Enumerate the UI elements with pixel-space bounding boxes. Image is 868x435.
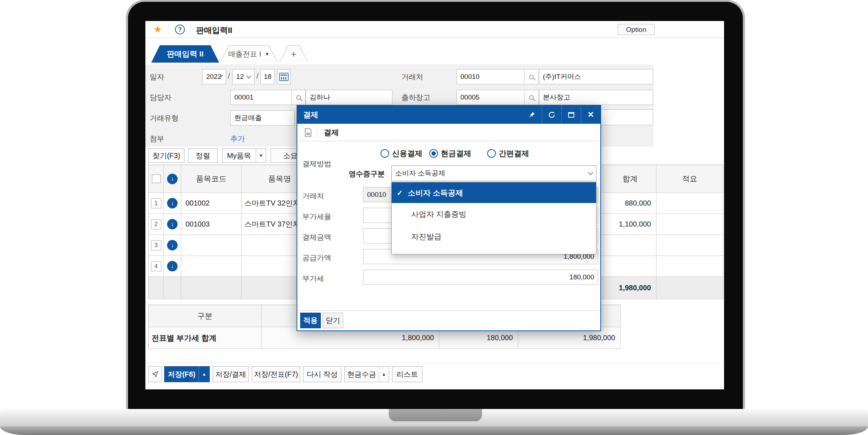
dropdown-item-label: 자진발급 xyxy=(411,232,442,242)
radio-label: 간편결제 xyxy=(499,148,529,159)
dropdown-item[interactable]: 사업자 지출증빙 xyxy=(392,203,596,225)
paper-plane-icon xyxy=(152,371,159,378)
hidden-field-input[interactable] xyxy=(600,109,653,125)
attach-label: 첨부 xyxy=(150,134,164,144)
partner-name-input[interactable]: (주)IT커머스 xyxy=(539,69,653,84)
item-note-cell[interactable] xyxy=(656,256,723,277)
radio-simple[interactable]: 간편결제 xyxy=(487,148,529,159)
warehouse-search-button[interactable] xyxy=(524,90,539,105)
arrow-down-icon: ↓ xyxy=(167,261,178,271)
footer-cell xyxy=(164,277,181,299)
item-total-cell[interactable]: 1,100,000 xyxy=(604,214,656,235)
partner-search-button[interactable] xyxy=(524,69,539,84)
row-arrow-cell[interactable]: ↓ xyxy=(164,193,181,214)
row-arrow-cell[interactable]: ↓ xyxy=(164,256,181,277)
save-slip-button[interactable]: 저장/전표(F7) xyxy=(252,366,300,382)
table-row-select[interactable]: 1 xyxy=(149,193,164,214)
payment-modal: 결제 ✕ xyxy=(297,105,601,331)
warehouse-code-input[interactable]: 00005 xyxy=(456,90,524,105)
radio-cash[interactable]: 현금결제 xyxy=(429,148,471,159)
item-note-cell[interactable] xyxy=(656,214,723,235)
vat-amount-input[interactable]: 180,000 xyxy=(363,270,598,285)
supply-amount-label: 공급가액 xyxy=(302,253,331,263)
item-note-cell[interactable] xyxy=(656,193,723,214)
item-code-cell[interactable]: 001003 xyxy=(181,214,242,235)
table-row-select[interactable]: 2 xyxy=(149,214,164,235)
dropdown-item-selected[interactable]: ✓ 소비자 소득공제 xyxy=(392,182,596,203)
table-row-select[interactable]: 3 xyxy=(149,235,164,256)
manager-name-input[interactable]: 김하나 xyxy=(306,90,392,105)
refresh-button[interactable] xyxy=(542,106,561,124)
trade-type-input[interactable]: 현금매출 xyxy=(230,110,295,126)
table-row-select[interactable]: 4 xyxy=(149,256,164,277)
chevron-up-icon[interactable]: ▲ xyxy=(199,367,209,382)
find-button[interactable]: 찾기(F3) xyxy=(148,148,184,163)
summary-header-type: 구분 xyxy=(149,305,261,327)
item-total-cell[interactable] xyxy=(604,256,656,277)
header-arrow-cell: ↓ xyxy=(164,165,181,193)
help-icon[interactable]: ? xyxy=(175,25,185,34)
modal-title-bar[interactable]: 결제 ✕ xyxy=(297,106,600,124)
cash-receipt-label: 현금수금 xyxy=(345,369,379,379)
sort-button[interactable]: 정렬 xyxy=(188,148,218,163)
item-code-cell[interactable]: 001002 xyxy=(181,193,242,214)
arrow-down-icon: ↓ xyxy=(167,240,178,250)
footer-cell xyxy=(656,277,723,299)
item-note-cell[interactable] xyxy=(656,235,723,256)
date-separator: / xyxy=(256,72,259,80)
cash-receipt-button[interactable]: 현금수금 ▲ xyxy=(344,366,389,382)
manager-search-button[interactable] xyxy=(292,90,306,105)
option-button[interactable]: Option xyxy=(618,24,655,35)
my-items-button[interactable]: My품목 ▼ xyxy=(222,148,266,163)
apply-button[interactable]: 적용 xyxy=(300,313,321,328)
maximize-button[interactable] xyxy=(561,106,581,124)
tab-sales-entry[interactable]: 판매입력 II xyxy=(151,45,219,63)
select-all-cell xyxy=(149,165,164,193)
partner-code-input[interactable]: 00010 xyxy=(456,69,524,84)
tab-add[interactable]: + xyxy=(279,45,308,63)
radio-credit[interactable]: 신용결제 xyxy=(380,148,422,159)
send-button[interactable] xyxy=(148,366,162,382)
date-day-input[interactable]: 18 xyxy=(260,69,275,84)
receipt-type-select[interactable]: 소비자 소득공제 xyxy=(391,165,596,181)
favorite-star-icon[interactable]: ★ xyxy=(153,24,162,35)
warehouse-name-input[interactable]: 본사창고 xyxy=(539,90,653,105)
chevron-down-icon[interactable]: ▼ xyxy=(256,149,266,162)
col-header-note: 적요 xyxy=(656,165,723,193)
row-number[interactable]: 2 xyxy=(151,219,161,229)
trade-type-label: 거래유형 xyxy=(150,113,179,123)
row-number[interactable]: 3 xyxy=(151,240,161,250)
item-code-cell[interactable] xyxy=(181,235,242,256)
item-code-cell[interactable] xyxy=(181,256,242,277)
row-arrow-cell[interactable]: ↓ xyxy=(164,235,181,256)
item-total-cell[interactable] xyxy=(604,235,656,256)
row-number[interactable]: 1 xyxy=(151,198,161,208)
rewrite-button[interactable]: 다시 작성 xyxy=(303,366,341,382)
arrow-down-icon[interactable]: ↓ xyxy=(167,174,178,184)
date-year-select[interactable]: 2022 xyxy=(202,69,226,84)
chevron-up-icon[interactable]: ▲ xyxy=(379,367,389,382)
divider xyxy=(145,363,724,363)
save-button[interactable]: 저장(F8) ▲ xyxy=(164,366,210,382)
dropdown-item[interactable]: 자진발급 xyxy=(392,225,596,248)
modal-close-button[interactable]: 닫기 xyxy=(323,313,343,328)
calendar-button[interactable] xyxy=(277,69,291,84)
manager-code-input[interactable]: 00001 xyxy=(230,90,292,105)
attach-add-link[interactable]: 추가 xyxy=(230,134,245,144)
select-all-checkbox[interactable] xyxy=(152,174,161,183)
save-pay-button[interactable]: 저장/결제 xyxy=(213,366,249,382)
tab-sales-slip[interactable]: 매출전표 I▼ xyxy=(220,45,278,63)
item-total-cell[interactable]: 880,000 xyxy=(604,193,656,214)
my-items-label: My품목 xyxy=(222,151,256,161)
list-button[interactable]: 리스트 xyxy=(392,366,422,382)
vat-amount-label: 부가세 xyxy=(302,274,324,283)
arrow-down-icon: ↓ xyxy=(167,219,178,229)
date-separator: / xyxy=(228,72,230,80)
pin-button[interactable] xyxy=(522,106,542,124)
close-button[interactable]: ✕ xyxy=(581,106,600,124)
radio-icon xyxy=(487,149,496,158)
date-month-select[interactable]: 12 xyxy=(232,69,255,84)
row-number[interactable]: 4 xyxy=(151,261,161,271)
row-arrow-cell[interactable]: ↓ xyxy=(164,214,181,235)
close-icon: ✕ xyxy=(587,110,594,119)
